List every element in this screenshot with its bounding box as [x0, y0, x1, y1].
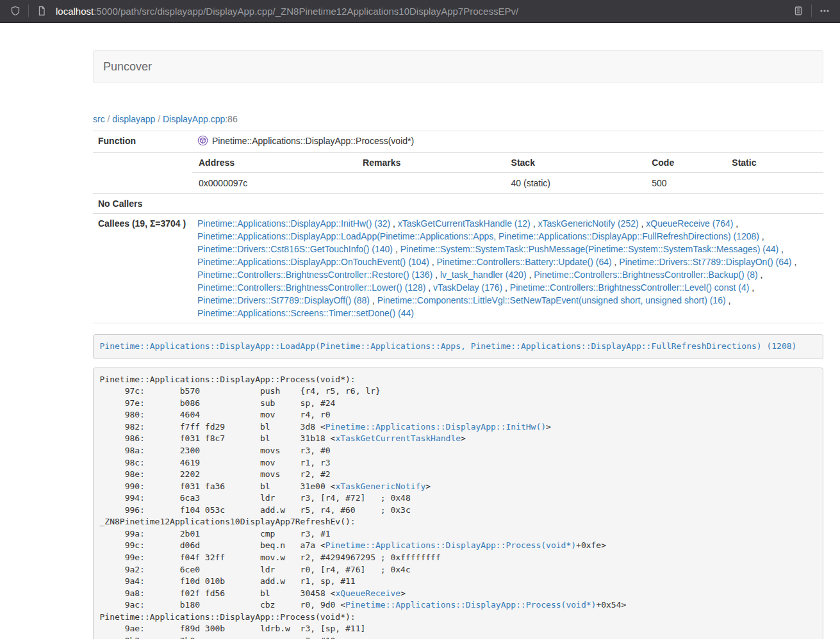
- browser-toolbar: localhost:5000/path/src/displayapp/Displ…: [0, 0, 840, 23]
- col-code: Code: [645, 153, 725, 173]
- col-static: Static: [725, 153, 823, 173]
- symbol-cube-icon: [197, 135, 208, 149]
- remarks-value: [356, 173, 504, 194]
- url-bar[interactable]: localhost:5000/path/src/displayapp/Displ…: [56, 6, 789, 17]
- col-remarks: Remarks: [356, 153, 504, 173]
- callee-link[interactable]: Pinetime::Drivers::Cst816S::GetTouchInfo…: [197, 244, 393, 254]
- table-row: 0x0000097c 40 (static) 500: [192, 173, 823, 194]
- static-value: [725, 173, 823, 194]
- callee-link[interactable]: Pinetime::Controllers::BrightnessControl…: [510, 282, 749, 293]
- callee-link[interactable]: Pinetime::Applications::Screens::Timer::…: [197, 308, 414, 318]
- highlighted-symbol-block: Pinetime::Applications::DisplayApp::Load…: [93, 334, 823, 359]
- callee-link[interactable]: Pinetime::Applications::DisplayApp::OnTo…: [197, 257, 429, 267]
- callee-link[interactable]: vTaskDelay (176): [433, 282, 502, 293]
- function-details-table: Address Remarks Stack Code Static 0x0000…: [192, 153, 823, 193]
- no-callers-label: No Callers: [93, 194, 192, 214]
- disassembly-block: Pinetime::Applications::DisplayApp::Proc…: [93, 368, 823, 639]
- callees-row: Callees (19, Σ=3704 ) Pinetime::Applicat…: [93, 214, 823, 323]
- details-row: Address Remarks Stack Code Static 0x0000…: [93, 153, 823, 194]
- callee-link[interactable]: Pinetime::Applications::DisplayApp::Init…: [197, 218, 390, 229]
- breadcrumb-separator: /: [105, 114, 113, 124]
- url-path: :5000/path/src/displayapp/DisplayApp.cpp…: [94, 6, 518, 17]
- breadcrumb-link[interactable]: displayapp: [112, 114, 155, 124]
- callee-link[interactable]: Pinetime::Controllers::BrightnessControl…: [197, 270, 432, 280]
- callee-link[interactable]: Pinetime::Components::LittleVgl::SetNewT…: [377, 295, 726, 305]
- col-address: Address: [192, 153, 356, 173]
- breadcrumb-link[interactable]: src: [93, 114, 105, 124]
- code-value: 500: [645, 173, 725, 194]
- col-stack: Stack: [505, 153, 646, 173]
- disassembly-symbol-link[interactable]: Pinetime::Applications::DisplayApp::Init…: [325, 422, 546, 432]
- callees-label: Callees (19, Σ=3704 ): [93, 214, 192, 323]
- callee-link[interactable]: Pinetime::Controllers::Battery::Update()…: [437, 257, 612, 267]
- toolbar-divider: [811, 4, 812, 17]
- url-host: localhost: [56, 6, 94, 17]
- shield-icon[interactable]: [6, 2, 24, 20]
- callee-link[interactable]: Pinetime::Applications::DisplayApp::Load…: [197, 231, 759, 241]
- disassembly-symbol-link[interactable]: xTaskGenericNotify: [335, 481, 425, 491]
- callee-link[interactable]: Pinetime::System::SystemTask::PushMessag…: [400, 244, 779, 254]
- function-info-table: Function Pinetime::Applications::Display…: [93, 131, 823, 323]
- disassembly-symbol-link[interactable]: Pinetime::Applications::DisplayApp::Proc…: [325, 540, 576, 550]
- highlighted-symbol-link[interactable]: Pinetime::Applications::DisplayApp::Load…: [100, 341, 797, 351]
- callee-link[interactable]: xTaskGenericNotify (252): [538, 218, 638, 229]
- no-callers-cell: [192, 194, 823, 214]
- toolbar-divider: [28, 4, 29, 17]
- function-label: Function: [93, 131, 192, 153]
- callee-link[interactable]: xQueueReceive (764): [646, 218, 733, 229]
- breadcrumb-link[interactable]: DisplayApp.cpp: [163, 114, 225, 124]
- address-value: 0x0000097c: [192, 173, 356, 194]
- callee-link[interactable]: Pinetime::Controllers::BrightnessControl…: [197, 282, 425, 293]
- function-name: Pinetime::Applications::DisplayApp::Proc…: [212, 136, 414, 146]
- disassembly-symbol-link[interactable]: xQueueReceive: [335, 588, 400, 598]
- page-content: Puncover src / displayapp / DisplayApp.c…: [93, 23, 823, 639]
- no-callers-row: No Callers: [93, 194, 823, 214]
- breadcrumb: src / displayapp / DisplayApp.cpp:86: [93, 114, 823, 124]
- function-name-cell: Pinetime::Applications::DisplayApp::Proc…: [192, 131, 823, 153]
- stack-value: 40 (static): [505, 173, 646, 194]
- callee-link[interactable]: Pinetime::Drivers::St7789::DisplayOn() (…: [619, 257, 791, 267]
- disassembly-symbol-link[interactable]: xTaskGetCurrentTaskHandle: [335, 433, 461, 443]
- callee-link[interactable]: Pinetime::Controllers::BrightnessControl…: [534, 270, 757, 280]
- page-icon[interactable]: [33, 2, 51, 20]
- brand-link[interactable]: Puncover: [103, 60, 152, 74]
- app-header: Puncover: [93, 50, 823, 83]
- details-label-empty: [93, 153, 192, 194]
- reader-mode-icon[interactable]: [789, 2, 807, 20]
- callee-link[interactable]: Pinetime::Drivers::St7789::DisplayOff() …: [197, 295, 370, 305]
- callees-list: Pinetime::Applications::DisplayApp::Init…: [192, 214, 823, 323]
- overflow-menu-icon[interactable]: [816, 2, 834, 20]
- breadcrumb-separator: /: [155, 114, 163, 124]
- callee-link[interactable]: lv_task_handler (420): [440, 270, 527, 280]
- breadcrumb-line-number: :86: [225, 114, 237, 124]
- function-row: Function Pinetime::Applications::Display…: [93, 131, 823, 153]
- disassembly-symbol-link[interactable]: Pinetime::Applications::DisplayApp::Proc…: [345, 600, 596, 610]
- callee-link[interactable]: xTaskGetCurrentTaskHandle (12): [398, 218, 531, 229]
- details-header-row: Address Remarks Stack Code Static: [192, 153, 823, 173]
